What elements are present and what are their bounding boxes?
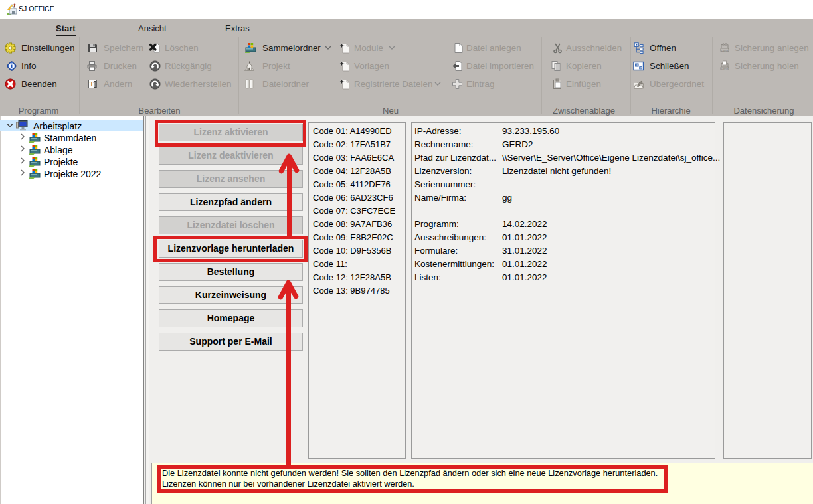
svg-text:DWG: DWG [721,67,728,70]
svg-text:DWG: DWG [721,49,728,52]
svg-text:T: T [90,80,94,88]
